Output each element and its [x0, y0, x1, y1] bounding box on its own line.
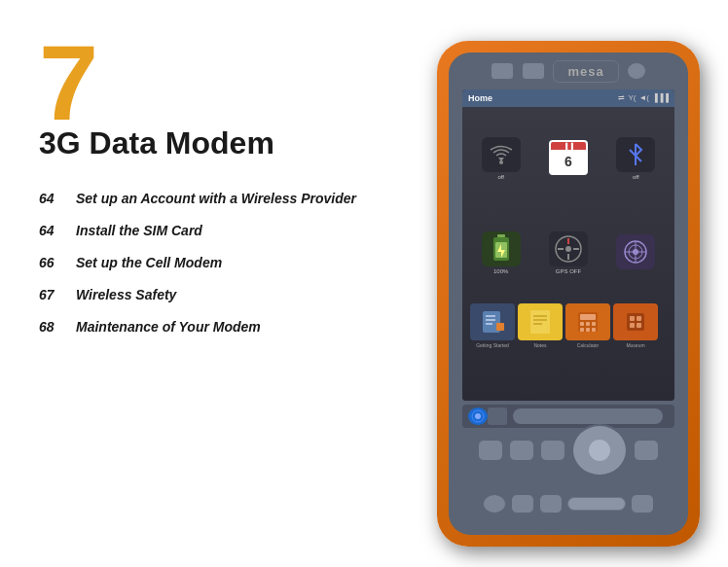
toc-label-3: Set up the Cell Modem — [76, 254, 222, 272]
screen-body: off ▐ ▐ 6 — [462, 107, 674, 401]
calculator-label: Calculator — [577, 342, 600, 348]
device-outer-shell: mesa Home ⇌ Y( ◄( ▐▐▐ — [437, 41, 700, 547]
nav-dpad-center[interactable] — [589, 440, 610, 461]
bottom-btn-4[interactable] — [631, 494, 654, 514]
app-compass-label: GPS OFF — [556, 268, 581, 274]
svg-rect-30 — [580, 328, 584, 332]
app-notes[interactable]: Notes — [518, 303, 563, 348]
app-museum[interactable]: Museum — [613, 303, 658, 348]
toc-label-1: Set up an Account with a Wireless Provid… — [76, 190, 356, 208]
top-button-bar: mesa — [449, 60, 688, 83]
screen-signal-icon: ⇌ — [618, 93, 625, 102]
top-button-middle-left[interactable] — [522, 62, 545, 80]
bottom-btn-1[interactable] — [483, 494, 506, 514]
device-inner-body: mesa Home ⇌ Y( ◄( ▐▐▐ — [449, 53, 688, 535]
screen-battery-icon: ▐▐▐ — [652, 93, 669, 102]
svg-rect-32 — [592, 328, 596, 332]
app-getting-started[interactable]: Getting Started — [470, 303, 515, 348]
device-image: mesa Home ⇌ Y( ◄( ▐▐▐ — [437, 41, 700, 547]
screen-volume-icon: ◄( — [638, 93, 649, 102]
battery-icon-shape — [482, 231, 521, 266]
nav-row — [449, 424, 688, 477]
museum-icon — [613, 303, 658, 340]
calendar-icon-shape: ▐ ▐ 6 — [549, 140, 588, 175]
bottom-btn-2[interactable] — [511, 494, 534, 514]
svg-rect-18 — [486, 319, 495, 321]
brand-label: mesa — [553, 60, 618, 83]
app-wifi-label: off — [497, 174, 504, 180]
svg-rect-20 — [496, 323, 504, 331]
toc-item-4: 67 Wireless Safety — [39, 286, 389, 304]
bottom-btn-row — [449, 494, 688, 514]
svg-rect-17 — [486, 315, 495, 317]
toc-label-4: Wireless Safety — [76, 286, 176, 304]
svg-point-0 — [499, 160, 503, 164]
screen-header: Home ⇌ Y( ◄( ▐▐▐ — [462, 89, 674, 107]
app-calculator[interactable]: Calculator — [565, 303, 610, 348]
svg-rect-28 — [586, 322, 590, 326]
svg-rect-36 — [630, 323, 635, 328]
svg-point-39 — [475, 413, 481, 419]
app-bluetooth[interactable]: off — [605, 115, 667, 203]
device-screen: Home ⇌ Y( ◄( ▐▐▐ — [462, 89, 674, 401]
toc-label-5: Maintenance of Your Modem — [76, 318, 261, 337]
museum-label: Museum — [626, 342, 644, 348]
app-battery-label: 100% — [493, 268, 508, 274]
toc-page-1: 64 — [39, 191, 76, 206]
svg-rect-19 — [486, 323, 492, 325]
calculator-icon — [565, 303, 610, 340]
app-bt-label: off — [633, 174, 639, 180]
app-wifi[interactable]: off — [470, 115, 531, 203]
screen-home-label: Home — [468, 93, 492, 103]
svg-rect-29 — [592, 322, 596, 326]
nav-minus-btn[interactable] — [509, 440, 534, 461]
bt-icon-shape — [616, 137, 655, 172]
toc-item-5: 68 Maintenance of Your Modem — [39, 318, 389, 337]
toc-list: 64 Set up an Account with a Wireless Pro… — [39, 190, 389, 336]
toc-page-3: 66 — [39, 255, 76, 270]
app-battery[interactable]: 100% — [470, 209, 531, 298]
nav-square-btn[interactable] — [540, 440, 565, 461]
svg-rect-34 — [630, 316, 635, 321]
svg-rect-26 — [580, 314, 596, 320]
app-compass[interactable]: GPS OFF — [537, 209, 599, 298]
toc-page-4: 67 — [39, 287, 76, 302]
top-button-left[interactable] — [491, 62, 514, 80]
nav-enter-btn[interactable] — [634, 440, 659, 461]
svg-rect-1 — [497, 234, 505, 237]
app-settings[interactable] — [605, 209, 667, 298]
top-power-button[interactable] — [627, 62, 646, 80]
notes-label: Notes — [533, 342, 546, 348]
taskbar-btn-1[interactable] — [488, 408, 507, 425]
compass-icon-shape — [549, 231, 588, 266]
toc-page-2: 64 — [39, 223, 76, 238]
page-container: 7 3G Data Modem 64 Set up an Account wit… — [0, 0, 728, 567]
wifi-icon-shape — [482, 137, 521, 172]
windows-start-button[interactable] — [468, 408, 488, 425]
screen-wifi-icon: Y( — [628, 93, 636, 102]
svg-rect-27 — [580, 322, 584, 326]
chapter-title: 3G Data Modem — [39, 126, 389, 160]
taskbar-search[interactable] — [513, 408, 663, 424]
nav-dpad[interactable] — [571, 424, 628, 477]
chapter-number: 7 — [39, 29, 389, 136]
toc-label-2: Install the SIM Card — [76, 222, 202, 240]
svg-rect-21 — [530, 310, 550, 334]
left-content: 7 3G Data Modem 64 Set up an Account wit… — [0, 0, 409, 567]
svg-rect-35 — [637, 316, 641, 321]
toc-page-5: 68 — [39, 319, 76, 335]
getting-started-label: Getting Started — [476, 342, 509, 348]
nav-home-btn[interactable] — [478, 440, 503, 461]
svg-point-6 — [565, 246, 571, 252]
toc-item-1: 64 Set up an Account with a Wireless Pro… — [39, 190, 389, 208]
screen-status-icons: ⇌ Y( ◄( ▐▐▐ — [618, 93, 669, 102]
bottom-btn-3[interactable] — [539, 494, 563, 514]
app-calendar[interactable]: ▐ ▐ 6 — [537, 115, 599, 203]
bottom-scroll-btn[interactable] — [567, 497, 626, 511]
svg-rect-37 — [637, 323, 641, 328]
right-content: mesa Home ⇌ Y( ◄( ▐▐▐ — [409, 0, 728, 567]
toc-item-2: 64 Install the SIM Card — [39, 222, 389, 240]
svg-rect-33 — [627, 313, 644, 331]
notes-icon — [518, 303, 563, 340]
map-icon-shape — [616, 234, 655, 269]
